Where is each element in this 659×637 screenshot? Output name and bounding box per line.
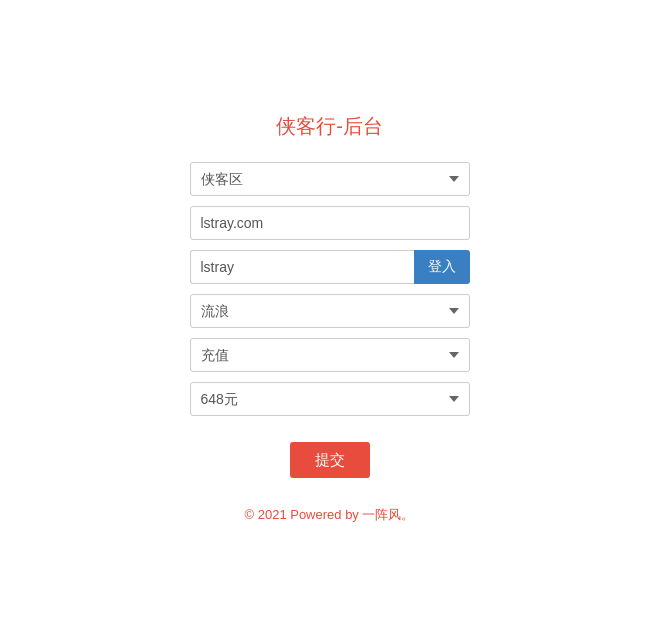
submit-button[interactable]: 提交 (290, 442, 370, 478)
username-with-login: 登入 (190, 250, 470, 284)
username-group: 登入 (190, 250, 470, 284)
footer-plain: © 2021 Powered by (245, 507, 363, 522)
action-group: 充值 (190, 338, 470, 372)
server-group: 流浪 (190, 294, 470, 328)
page-title: 侠客行-后台 (276, 113, 383, 140)
server-select[interactable]: 流浪 (190, 294, 470, 328)
username-input[interactable] (190, 250, 414, 284)
action-select[interactable]: 充值 (190, 338, 470, 372)
amount-select[interactable]: 648元 (190, 382, 470, 416)
amount-group: 648元 (190, 382, 470, 416)
domain-group (190, 206, 470, 240)
domain-input[interactable] (190, 206, 470, 240)
main-container: 侠客行-后台 侠客区 登入 流浪 充值 648元 提交 © 2021 Power… (190, 113, 470, 524)
footer-brand: 一阵风。 (362, 507, 414, 522)
login-button[interactable]: 登入 (414, 250, 470, 284)
zone-group: 侠客区 (190, 162, 470, 196)
zone-select[interactable]: 侠客区 (190, 162, 470, 196)
footer: © 2021 Powered by 一阵风。 (245, 506, 415, 524)
